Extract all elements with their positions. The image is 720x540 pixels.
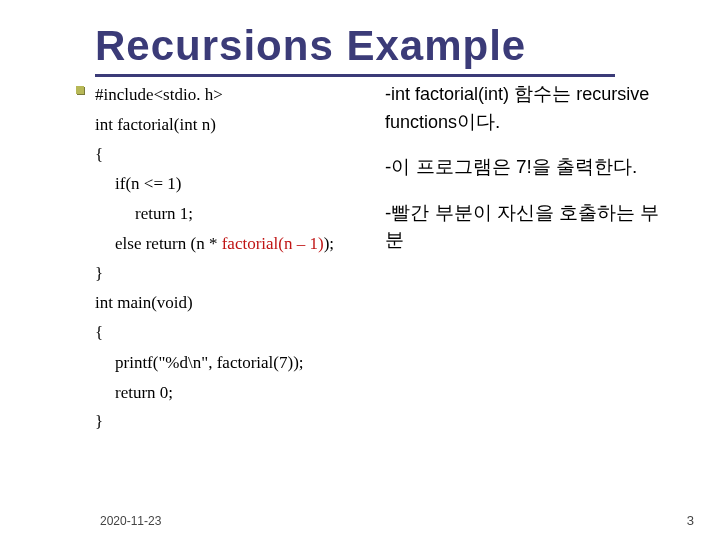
code-line: if(n <= 1) xyxy=(95,169,375,199)
code-line: return 0; xyxy=(95,378,375,408)
title-block: Recursions Example xyxy=(95,22,625,77)
code-line: { xyxy=(95,318,375,348)
code-text: ); xyxy=(324,234,334,253)
note-block: -int factorial(int) 함수는 recursive functi… xyxy=(385,80,665,135)
code-line: { xyxy=(95,140,375,170)
code-column: #include<stdio. h> int factorial(int n) … xyxy=(95,80,375,437)
code-line: #include<stdio. h> xyxy=(95,80,375,110)
note-block: -빨간 부분이 자신을 호출하는 부분 xyxy=(385,199,665,254)
recursive-call: factorial(n – 1) xyxy=(222,234,324,253)
code-line: printf("%d\n", factorial(7)); xyxy=(95,348,375,378)
bullet-icon xyxy=(76,86,84,94)
code-text: else return (n * xyxy=(115,234,222,253)
note-block: -이 프로그램은 7!을 출력한다. xyxy=(385,153,665,181)
note-text: 함수는 xyxy=(514,83,576,104)
content-area: #include<stdio. h> int factorial(int n) … xyxy=(95,80,665,437)
notes-column: -int factorial(int) 함수는 recursive functi… xyxy=(375,80,665,437)
code-line: else return (n * factorial(n – 1)); xyxy=(95,229,375,259)
code-line: return 1; xyxy=(95,199,375,229)
slide-title: Recursions Example xyxy=(95,22,625,70)
footer-date: 2020-11-23 xyxy=(100,514,161,528)
footer-page-number: 3 xyxy=(687,513,694,528)
title-underline xyxy=(95,74,615,77)
slide: Recursions Example #include<stdio. h> in… xyxy=(0,0,720,540)
note-text: -int factorial(int) xyxy=(385,84,514,104)
code-line: } xyxy=(95,407,375,437)
code-line: int main(void) xyxy=(95,288,375,318)
code-line: int factorial(int n) xyxy=(95,110,375,140)
code-line: } xyxy=(95,259,375,289)
note-text: 이다. xyxy=(457,111,500,132)
